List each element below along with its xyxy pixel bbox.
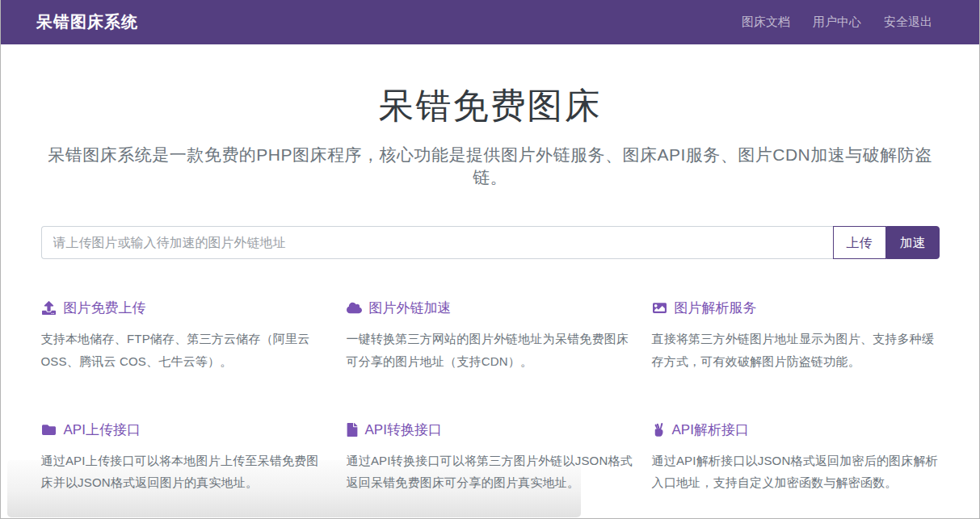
image-url-input[interactable] xyxy=(41,226,833,259)
page-subtitle: 呆错图床系统是一款免费的PHP图床程序，核心功能是提供图片外链服务、图床API服… xyxy=(41,144,940,189)
feature-title-text: API解析接口 xyxy=(672,421,749,439)
feature-api-upload: API上传接口 通过API上传接口可以将本地图片上传至呆错免费图床并以JSON格… xyxy=(41,421,329,495)
feature-link-api-parse[interactable]: API解析接口 xyxy=(652,421,940,439)
feature-api-parse: API解析接口 通过API解析接口以JSON格式返回加密后的图床解析入口地址，支… xyxy=(652,421,940,495)
feature-description: 通过API解析接口以JSON格式返回加密后的图床解析入口地址，支持自定义加密函数… xyxy=(652,450,940,495)
browser-viewport: 呆错图床系统 图床文档 用户中心 安全退出 呆错免费图床 呆错图床系统是一款免费… xyxy=(0,0,980,519)
nav-link-logout[interactable]: 安全退出 xyxy=(884,15,932,30)
feature-free-upload: 图片免费上传 支持本地储存、FTP储存、第三方云储存（阿里云 OSS、腾讯云 C… xyxy=(41,299,329,373)
feature-description: 直接将第三方外链图片地址显示为图片、支持多种缓存方式，可有效破解图片防盗链功能。 xyxy=(652,328,940,373)
nav-link-docs[interactable]: 图床文档 xyxy=(742,15,790,30)
feature-description: 一键转换第三方网站的图片外链地址为呆错免费图床可分享的图片地址（支持CDN）。 xyxy=(347,328,634,373)
cloud-icon xyxy=(347,301,362,315)
feature-description: 通过API转换接口可以将第三方图片外链以JSON格式返回呆错免费图床可分享的图片… xyxy=(347,450,634,495)
feature-title-text: 图片解析服务 xyxy=(675,299,757,317)
feature-image-parsing: 图片解析服务 直接将第三方外链图片地址显示为图片、支持多种缓存方式，可有效破解图… xyxy=(652,299,940,373)
feature-description: 通过API上传接口可以将本地图片上传至呆错免费图床并以JSON格式返回图片的真实… xyxy=(41,450,329,495)
nav-link-user-center[interactable]: 用户中心 xyxy=(813,15,861,30)
feature-grid: 图片免费上传 支持本地储存、FTP储存、第三方云储存（阿里云 OSS、腾讯云 C… xyxy=(41,299,940,494)
feature-title-text: 图片免费上传 xyxy=(64,299,146,317)
feature-link-api-upload[interactable]: API上传接口 xyxy=(41,421,329,439)
feature-link-hotlink-acceleration[interactable]: 图片外链加速 xyxy=(347,299,634,317)
page-title: 呆错免费图床 xyxy=(41,82,940,130)
navbar-links: 图床文档 用户中心 安全退出 xyxy=(742,15,932,30)
upload-icon xyxy=(41,301,57,315)
feature-title-text: API上传接口 xyxy=(64,421,141,439)
feature-hotlink-acceleration: 图片外链加速 一键转换第三方网站的图片外链地址为呆错免费图床可分享的图片地址（支… xyxy=(347,299,634,373)
feature-title-text: API转换接口 xyxy=(365,421,442,439)
feature-link-image-parsing[interactable]: 图片解析服务 xyxy=(652,299,940,317)
upload-input-group: 上传 加速 xyxy=(41,226,940,259)
file-icon xyxy=(347,423,358,437)
feature-link-free-upload[interactable]: 图片免费上传 xyxy=(41,299,329,317)
folder-icon xyxy=(41,423,57,437)
hand-peace-icon xyxy=(652,423,665,437)
image-icon xyxy=(652,301,667,315)
feature-api-convert: API转换接口 通过API转换接口可以将第三方图片外链以JSON格式返回呆错免费… xyxy=(347,421,634,495)
navbar: 呆错图床系统 图床文档 用户中心 安全退出 xyxy=(1,0,979,44)
accelerate-button[interactable]: 加速 xyxy=(886,226,940,259)
brand-link[interactable]: 呆错图床系统 xyxy=(36,11,138,33)
upload-button[interactable]: 上传 xyxy=(833,226,886,259)
feature-title-text: 图片外链加速 xyxy=(369,299,452,317)
feature-link-api-convert[interactable]: API转换接口 xyxy=(347,421,634,439)
feature-description: 支持本地储存、FTP储存、第三方云储存（阿里云 OSS、腾讯云 COS、七牛云等… xyxy=(41,328,329,373)
